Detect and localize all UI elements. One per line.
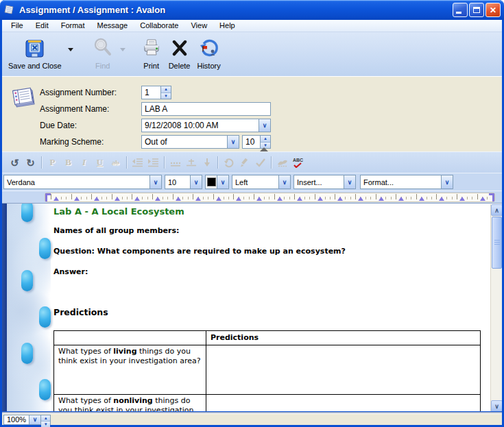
question-bold-word: living bbox=[113, 347, 136, 356]
chevron-down-icon[interactable] bbox=[29, 415, 40, 424]
spin-down-icon[interactable] bbox=[41, 421, 50, 427]
minimize-icon bbox=[456, 12, 461, 14]
find-dropdown[interactable] bbox=[117, 34, 128, 64]
spellcheck-icon[interactable]: ABC bbox=[290, 156, 306, 170]
table-header-cell[interactable] bbox=[54, 331, 206, 345]
menu-file[interactable]: File bbox=[5, 21, 29, 31]
print-button[interactable]: Print bbox=[138, 34, 165, 71]
bold-icon[interactable]: B bbox=[60, 156, 76, 170]
chevron-down-icon[interactable] bbox=[278, 175, 290, 188]
marking-out-of-spinner[interactable]: 10 bbox=[242, 135, 271, 149]
menu-collaborate[interactable]: Collaborate bbox=[134, 21, 184, 31]
assignment-number-label: Assignment Number: bbox=[40, 88, 117, 97]
tab-stop-marker bbox=[439, 197, 444, 201]
menu-view[interactable]: View bbox=[184, 21, 213, 31]
insert-combo[interactable]: Insert... bbox=[293, 175, 356, 189]
spinner-buttons[interactable] bbox=[260, 136, 270, 148]
tab-stop-marker bbox=[459, 197, 465, 201]
ruler-left-marker[interactable] bbox=[45, 193, 51, 202]
due-date-combo[interactable]: 9/12/2008 10:00 AM bbox=[141, 119, 271, 132]
tab-stop-marker bbox=[74, 197, 80, 201]
menu-message[interactable]: Message bbox=[91, 21, 134, 31]
tab-stop-marker bbox=[419, 197, 424, 201]
spin-up-icon[interactable] bbox=[41, 415, 50, 421]
maximize-button[interactable] bbox=[469, 3, 484, 17]
spin-up-icon[interactable] bbox=[161, 86, 171, 93]
chevron-down-icon[interactable] bbox=[259, 119, 270, 132]
paragraph-icon[interactable]: P bbox=[45, 156, 60, 170]
title-bar[interactable]: Assignment / Assignment : Avalon bbox=[0, 0, 504, 20]
stationery-pill bbox=[21, 343, 33, 364]
redo-icon[interactable]: ↻ bbox=[23, 156, 38, 170]
indent-increase-icon[interactable] bbox=[145, 156, 161, 170]
find-label: Find bbox=[95, 62, 110, 70]
font-size-combo[interactable]: 10 bbox=[165, 175, 202, 189]
chevron-down-icon[interactable] bbox=[190, 175, 202, 188]
checkmark-icon[interactable] bbox=[252, 156, 268, 170]
rotate-icon[interactable] bbox=[221, 156, 237, 170]
format-combo[interactable]: Format... bbox=[360, 175, 453, 189]
zoom-spinner[interactable] bbox=[40, 415, 50, 424]
document-editor[interactable]: Lab A - A Local Ecosystem Names of all g… bbox=[2, 203, 502, 411]
chevron-down-icon[interactable] bbox=[149, 175, 161, 188]
document-content[interactable]: Lab A - A Local Ecosystem Names of all g… bbox=[53, 204, 482, 411]
chevron-down-icon[interactable] bbox=[344, 175, 355, 188]
save-and-close-dropdown[interactable] bbox=[65, 34, 76, 64]
vertical-scrollbar[interactable] bbox=[490, 204, 502, 411]
table-question-cell[interactable]: What types of nonliving things do you th… bbox=[54, 395, 206, 412]
spin-up-icon[interactable] bbox=[261, 136, 270, 142]
scrollbar-thumb[interactable] bbox=[492, 217, 502, 269]
menu-format[interactable]: Format bbox=[55, 21, 91, 31]
spinner-buttons[interactable] bbox=[160, 86, 171, 99]
chevron-down-icon[interactable] bbox=[217, 175, 228, 188]
menu-help[interactable]: Help bbox=[213, 21, 241, 31]
undo-icon[interactable]: ↺ bbox=[7, 156, 23, 170]
close-button[interactable] bbox=[485, 3, 501, 17]
question-bold-word: nonliving bbox=[113, 396, 152, 405]
toolbar-separator bbox=[41, 156, 42, 169]
doc-heading: Lab A - A Local Ecosystem bbox=[53, 206, 184, 217]
spin-down-icon[interactable] bbox=[161, 93, 171, 99]
underline-icon[interactable]: U bbox=[92, 156, 108, 170]
table-answer-cell[interactable] bbox=[206, 345, 481, 395]
italic-icon[interactable]: I bbox=[76, 156, 92, 170]
chevron-down-icon[interactable] bbox=[441, 175, 453, 188]
print-label: Print bbox=[143, 62, 159, 70]
pencil-icon[interactable] bbox=[237, 156, 252, 170]
scroll-down-button[interactable] bbox=[491, 400, 502, 411]
ruler-right-marker[interactable] bbox=[489, 193, 494, 202]
assignment-name-field[interactable]: LAB A bbox=[141, 102, 271, 116]
font-color-combo[interactable] bbox=[205, 175, 229, 189]
table-header-cell[interactable]: Predictions bbox=[206, 331, 481, 345]
arrow-down-icon[interactable] bbox=[199, 156, 215, 170]
alignment-combo[interactable]: Left bbox=[232, 175, 291, 189]
indent-decrease-icon[interactable] bbox=[130, 156, 145, 170]
stationery-pill bbox=[21, 270, 33, 291]
doc-section-heading: Predictions bbox=[53, 307, 108, 317]
chevron-down-icon[interactable] bbox=[227, 136, 239, 148]
due-date-value: 9/12/2008 10:00 AM bbox=[145, 121, 259, 130]
save-and-close-button[interactable]: Save and Close bbox=[5, 34, 65, 71]
stationery-pill bbox=[39, 306, 51, 328]
main-toolbar: Save and Close Find bbox=[2, 32, 502, 76]
table-answer-cell[interactable] bbox=[206, 395, 481, 412]
question-text: What types of bbox=[58, 396, 113, 405]
assignment-number-spinner[interactable]: 1 bbox=[141, 86, 171, 99]
tab-stops-icon[interactable] bbox=[167, 156, 183, 170]
font-size-value: 10 bbox=[168, 178, 190, 186]
menu-edit[interactable]: Edit bbox=[29, 21, 55, 31]
table-question-cell[interactable]: What types of living things do you think… bbox=[54, 345, 206, 395]
marking-scheme-value: Out of bbox=[145, 137, 227, 147]
strikethrough-icon[interactable]: ab bbox=[108, 156, 123, 170]
scroll-up-button[interactable] bbox=[491, 204, 502, 216]
zoom-control[interactable]: 100% bbox=[3, 415, 51, 425]
margin-icon[interactable] bbox=[183, 156, 199, 170]
history-button[interactable]: History bbox=[193, 34, 224, 71]
ruler[interactable] bbox=[45, 193, 495, 202]
find-button[interactable]: Find bbox=[88, 34, 117, 71]
minimize-button[interactable] bbox=[453, 3, 468, 17]
lookup-icon[interactable] bbox=[274, 156, 290, 170]
font-family-combo[interactable]: Verdana bbox=[3, 175, 162, 189]
marking-scheme-combo[interactable]: Out of bbox=[141, 135, 239, 149]
delete-button[interactable]: Delete bbox=[165, 34, 194, 71]
